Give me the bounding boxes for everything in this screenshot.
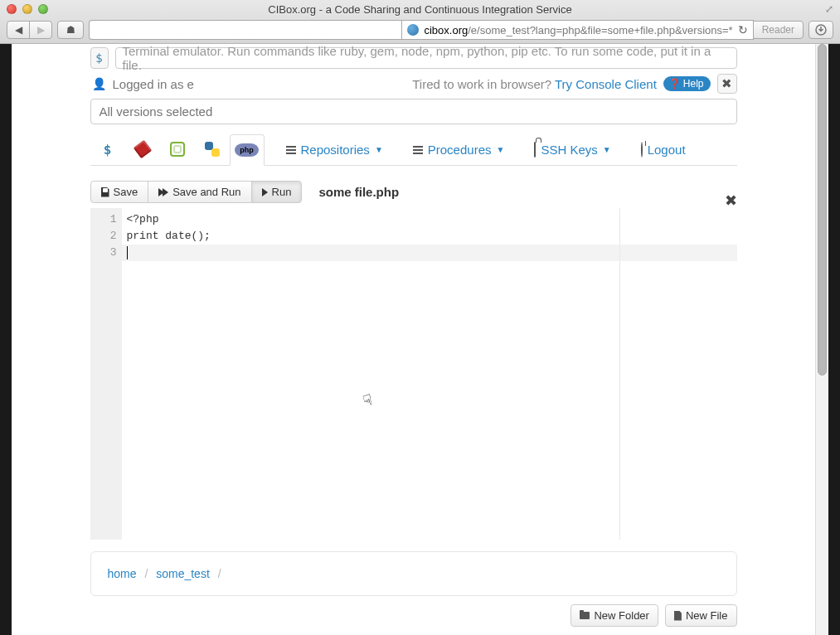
code-line (127, 245, 732, 261)
window-title: CIBox.org - a Code Sharing and Continuou… (0, 3, 840, 16)
new-folder-button[interactable]: New Folder (571, 604, 658, 627)
save-icon (101, 187, 109, 197)
status-right: Tired to work in browser? Try Console Cl… (412, 77, 657, 91)
breadcrumb-panel: home / some_test / (90, 551, 737, 596)
status-row: 👤 Logged in as e Tired to work in browse… (90, 74, 737, 94)
lang-ruby-tab[interactable] (125, 133, 160, 165)
browser-toolbar: ◀ ▶ ☗ cibox.org/e/some_test?lang=php&fil… (0, 18, 840, 43)
python-icon (205, 142, 220, 157)
user-icon: 👤 (92, 77, 106, 90)
caret-icon: ▼ (603, 145, 611, 154)
ruby-icon (133, 140, 152, 159)
footer-buttons: New Folder New File (90, 604, 737, 627)
lang-shell-tab[interactable]: $ (90, 133, 125, 165)
urlbar-left-cap (89, 20, 402, 40)
page-content: $ Terminal emulator. Run commands like r… (12, 44, 815, 635)
dismiss-button[interactable]: ✖ (717, 74, 737, 94)
save-and-run-button[interactable]: Save and Run (148, 181, 251, 203)
right-strip (828, 44, 840, 635)
editor-button-group: Save Save and Run Run (90, 181, 303, 203)
nodejs-icon (170, 142, 185, 157)
viewport: $ Terminal emulator. Run commands like r… (0, 44, 840, 635)
code-line: print date(); (127, 228, 732, 245)
run-button[interactable]: Run (251, 181, 303, 203)
zoom-window-button[interactable] (38, 4, 48, 14)
filename-label: some file.php (318, 185, 399, 199)
browser-chrome: CIBox.org - a Code Sharing and Continuou… (0, 0, 840, 44)
code-area[interactable]: <?php print date(); (122, 208, 737, 540)
ssh-keys-menu[interactable]: SSH Keys▼ (524, 136, 620, 165)
editor-toolbar: Save Save and Run Run some file.php ✖ (90, 181, 737, 203)
help-button[interactable]: ❓Help (663, 76, 711, 91)
play-icon (262, 188, 268, 196)
breadcrumb-home[interactable]: home (108, 567, 137, 580)
terminal-row: $ Terminal emulator. Run commands like r… (90, 47, 737, 69)
php-icon: php (235, 143, 259, 157)
back-button[interactable]: ◀ (7, 21, 30, 39)
code-editor[interactable]: 1 2 3 <?php print date(); ☟ (90, 208, 737, 540)
save-button[interactable]: Save (90, 181, 149, 203)
close-editor-button[interactable]: ✖ (725, 191, 737, 210)
lang-python-tab[interactable] (195, 133, 230, 165)
caret-icon: ▼ (497, 145, 505, 154)
logout-link[interactable]: Logout (631, 136, 696, 165)
url-bar[interactable]: cibox.org/e/some_test?lang=php&file=some… (401, 20, 753, 40)
fullscreen-icon[interactable]: ⤢ (825, 3, 833, 15)
breadcrumb: home / some_test / (108, 567, 720, 580)
console-client-link[interactable]: Try Console Client (555, 77, 657, 91)
line-gutter: 1 2 3 (90, 208, 122, 540)
terminal-input[interactable]: Terminal emulator. Run commands like rub… (115, 47, 737, 69)
folder-icon (580, 612, 590, 619)
favicon-icon (407, 24, 419, 36)
nav-tabs: $ php Repositories ▼ Procedures ▼ (90, 133, 737, 166)
breadcrumb-project[interactable]: some_test (156, 567, 210, 580)
close-window-button[interactable] (7, 4, 17, 14)
lock-icon (534, 142, 536, 158)
fast-forward-icon (158, 188, 168, 196)
list-icon (286, 146, 296, 154)
breadcrumb-sep: / (144, 567, 148, 580)
window-controls (7, 4, 48, 14)
left-strip (0, 44, 12, 635)
terminal-prompt: $ (90, 47, 109, 69)
vertical-scrollbar[interactable] (815, 44, 828, 635)
repositories-menu[interactable]: Repositories ▼ (276, 136, 393, 165)
forward-button[interactable]: ▶ (29, 21, 52, 39)
scrollbar-thumb[interactable] (818, 44, 827, 376)
procedures-menu[interactable]: Procedures ▼ (403, 136, 515, 165)
downloads-button[interactable] (808, 21, 833, 39)
file-icon (674, 611, 682, 621)
url-text: cibox.org/e/some_test?lang=php&file=some… (424, 24, 732, 36)
new-file-button[interactable]: New File (665, 604, 737, 627)
code-line: <?php (127, 211, 732, 228)
reload-button[interactable]: ↻ (738, 23, 748, 36)
titlebar: CIBox.org - a Code Sharing and Continuou… (0, 0, 840, 18)
lang-node-tab[interactable] (160, 133, 195, 165)
list-icon (413, 146, 423, 154)
versions-input[interactable] (90, 99, 737, 124)
power-icon (641, 142, 643, 158)
main-container: $ Terminal emulator. Run commands like r… (90, 44, 737, 627)
minimize-window-button[interactable] (22, 4, 32, 14)
lang-php-tab[interactable]: php (230, 134, 265, 166)
caret-icon: ▼ (375, 145, 383, 154)
logged-in-text: Logged in as e (113, 77, 194, 91)
share-button[interactable]: ☗ (57, 21, 84, 39)
breadcrumb-sep: / (218, 567, 221, 580)
reader-button[interactable]: Reader (753, 21, 804, 39)
